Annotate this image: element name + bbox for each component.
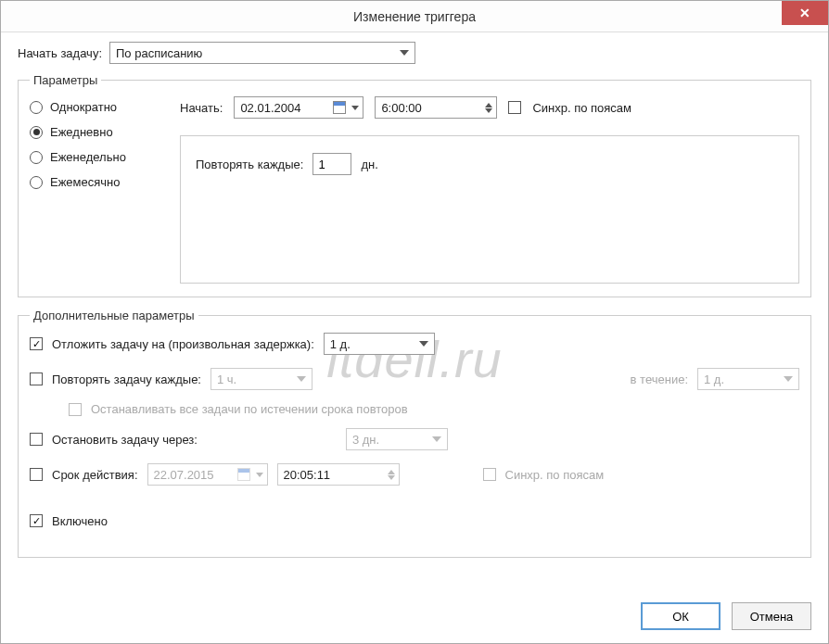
repeat-task-checkbox[interactable] [30,373,43,385]
delay-row: Отложить задачу на (произвольная задержк… [30,332,799,356]
delay-label: Отложить задачу на (произвольная задержк… [52,337,314,351]
delay-value: 1 д. [330,337,351,351]
during-select: 1 д. [697,368,799,390]
repeat-every-unit: дн. [361,158,377,171]
window-title: Изменение триггера [1,9,828,24]
radio-once[interactable]: Однократно [30,100,159,114]
stop-all-checkbox [69,403,82,416]
delay-select[interactable]: 1 д. [324,333,435,355]
repeat-every-input[interactable] [312,153,351,175]
expire-sync-tz-checkbox [483,468,496,481]
calendar-icon [237,468,250,481]
chevron-down-icon [297,376,306,382]
chevron-down-icon [419,341,428,347]
start-datetime-row: Начать: 02.01.2004 6:00:00 [180,96,799,119]
radio-weekly-label: Еженедельно [50,150,126,164]
repeat-task-label: Повторять задачу каждые: [52,373,201,386]
dialog-buttons: ОК Отмена [18,593,811,630]
begin-task-select[interactable]: По расписанию [109,42,415,64]
stop-after-label: Остановить задачу через: [52,433,198,447]
chevron-down-icon [400,50,409,56]
start-label: Начать: [180,101,223,115]
enabled-checkbox[interactable] [30,514,43,527]
daily-settings-box: Повторять каждые: дн. [180,135,799,284]
calendar-icon [333,101,346,114]
repeat-every-label: Повторять каждые: [196,158,303,171]
radio-icon [30,151,43,164]
chevron-down-icon [256,473,263,477]
radio-icon [30,176,43,189]
during-value: 1 д. [704,373,724,386]
expire-checkbox[interactable] [30,468,43,481]
radio-daily[interactable]: Ежедневно [30,125,159,139]
radio-icon [30,126,43,139]
radio-monthly-label: Ежемесячно [50,175,121,189]
begin-task-value: По расписанию [116,46,202,60]
expire-date-value: 22.07.2015 [154,468,214,482]
enabled-label: Включено [52,514,108,528]
enabled-row: Включено [30,509,799,533]
parameters-legend: Параметры [30,73,101,87]
radio-weekly[interactable]: Еженедельно [30,150,159,164]
radio-monthly[interactable]: Ежемесячно [30,175,159,189]
repeat-task-select: 1 ч. [210,368,312,390]
start-time-value: 6:00:00 [381,101,421,115]
cancel-button[interactable]: Отмена [732,602,811,630]
chevron-down-icon [432,436,441,442]
chevron-down-icon [351,106,359,110]
ok-button[interactable]: ОК [641,602,721,630]
close-button[interactable]: ✕ [782,1,828,25]
stop-after-value: 3 дн. [352,433,379,447]
delay-checkbox[interactable] [30,337,43,350]
titlebar: Изменение триггера ✕ [1,1,828,32]
expire-sync-tz-label: Синхр. по поясам [505,468,605,482]
spinner-icon [388,470,395,480]
stop-after-row: Остановить задачу через: 3 дн. [30,427,799,451]
expire-row: Срок действия: 22.07.2015 20:05:11 [30,462,799,486]
during-label: в течение: [631,373,688,386]
radio-icon [30,101,43,114]
radio-once-label: Однократно [50,100,117,114]
advanced-fieldset: Дополнительные параметры Отложить задачу… [18,309,811,558]
start-date-input[interactable]: 02.01.2004 [234,96,363,119]
expire-time-input: 20:05:11 [277,463,400,486]
start-time-input[interactable]: 6:00:00 [375,96,497,119]
start-date-value: 02.01.2004 [240,101,300,115]
dialog-window: Изменение триггера ✕ itdell.ru Начать за… [0,0,829,644]
schedule-radio-group: Однократно Ежедневно Еженедельно Ежемеся… [30,96,159,284]
begin-task-row: Начать задачу: По расписанию [18,42,811,64]
advanced-legend: Дополнительные параметры [30,309,198,322]
expire-label: Срок действия: [52,468,138,482]
stop-all-row: Останавливать все задачи по истечении ср… [69,402,799,416]
begin-task-label: Начать задачу: [18,46,102,60]
repeat-task-row: Повторять задачу каждые: 1 ч. в течение:… [30,367,799,391]
spinner-icon [485,103,492,113]
expire-date-input: 22.07.2015 [147,463,268,486]
expire-time-value: 20:05:11 [284,468,331,482]
chevron-down-icon [784,376,793,382]
content-area: itdell.ru Начать задачу: По расписанию П… [1,32,828,643]
sync-tz-checkbox[interactable] [508,101,521,114]
sync-tz-label: Синхр. по поясам [532,101,631,115]
stop-after-select: 3 дн. [346,428,448,450]
repeat-task-value: 1 ч. [217,373,236,386]
radio-daily-label: Ежедневно [50,125,113,139]
stop-after-checkbox[interactable] [30,433,43,446]
stop-all-label: Останавливать все задачи по истечении ср… [91,402,408,416]
parameters-fieldset: Параметры Однократно Ежедневно Еженедель… [18,73,811,297]
